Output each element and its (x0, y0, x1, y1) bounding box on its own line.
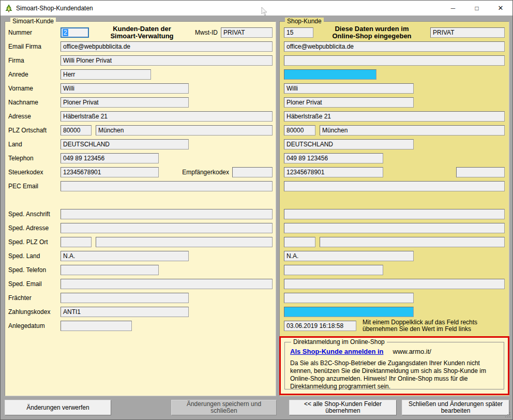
left-empfaengerkodex-field[interactable] (232, 167, 273, 177)
right-mwst-field[interactable]: PRIVAT (430, 27, 505, 38)
left-vorname-field[interactable]: Willi (61, 83, 189, 94)
adresse-label: Adresse (8, 113, 61, 120)
left-zahlungskodex-field[interactable]: ANTI1 (61, 307, 189, 317)
row-sped-land: N.A. (284, 251, 505, 261)
right-ort-field[interactable]: München (320, 125, 505, 136)
right-land-field[interactable]: DEUTSCHLAND (284, 139, 414, 149)
left-sped-telefon-field[interactable] (61, 265, 159, 275)
left-sped-adresse-field[interactable] (61, 223, 273, 233)
right-nachname-field[interactable]: Ploner Privat (284, 97, 414, 108)
right-plz-field[interactable]: 80000 (284, 125, 315, 136)
left-panel-header: Kunden-Daten der Simoart-Verwaltung (89, 25, 195, 40)
row-telephon: Telephon 049 89 123456 (8, 153, 273, 163)
sped-adresse-label: Sped. Adresse (8, 224, 61, 232)
save-and-close-button[interactable]: Änderungen speichern und schließen (171, 400, 277, 415)
left-mwst-field[interactable]: PRIVAT (221, 27, 273, 38)
take-over-shop-fields-button[interactable]: << alle Shop-Kunden Felder übernehmen (289, 400, 397, 415)
right-sped-telefon-field[interactable] (284, 265, 383, 275)
row-land: DEUTSCHLAND (284, 139, 505, 149)
left-nachname-field[interactable]: Ploner Privat (61, 97, 189, 108)
plz-label: PLZ Ortschaft (8, 127, 61, 134)
right-pec-email-field[interactable] (284, 181, 505, 191)
left-sped-land-field[interactable]: N.A. (61, 251, 189, 261)
right-nummer-field[interactable]: 15 (284, 27, 313, 38)
right-email-firma-field[interactable]: office@webpubblicita.de (284, 41, 505, 52)
row-firma: Firma Willi Ploner Privat (8, 55, 273, 66)
left-steuerkodex-field[interactable]: 12345678901 (61, 167, 159, 177)
right-sped-adresse-field[interactable] (284, 223, 505, 233)
shop-login-link[interactable]: Als Shop-Kunde anmelden in (290, 348, 384, 355)
left-nummer-field[interactable]: 2 (61, 27, 89, 38)
close-edit-later-button[interactable]: Schließen und Änderungen später bearbeit… (402, 400, 509, 415)
tree-icon (5, 4, 13, 12)
steuerkodex-label: Steuerkodex (8, 169, 61, 176)
right-empfaengerkodex-field[interactable] (456, 167, 505, 177)
left-sped-plz-field[interactable] (61, 237, 92, 247)
left-sped-email-field[interactable] (61, 279, 273, 289)
anrede-label: Anrede (8, 71, 61, 78)
direktanmeldung-description: Da Sie als B2C-Shop-Betrieber die Zugang… (290, 359, 499, 391)
row-pec-email (284, 181, 505, 191)
telephon-label: Telephon (8, 155, 61, 162)
left-land-field[interactable]: DEUTSCHLAND (61, 139, 189, 149)
right-panel-header: Diese Daten wurden im Online-Shop eingeg… (313, 25, 430, 40)
nummer-label: Nummer (8, 29, 61, 36)
left-adresse-field[interactable]: Häberlstraße 21 (61, 111, 273, 122)
right-telephon-field[interactable]: 049 89 123456 (284, 153, 383, 163)
right-sped-ort-field[interactable] (320, 237, 505, 247)
row-sped-plz: Sped. PLZ Ort (8, 237, 273, 247)
right-sped-plz-field[interactable] (284, 237, 315, 247)
row-steuerkodex: 12345678901 (284, 167, 505, 177)
sped-plz-label: Sped. PLZ Ort (8, 238, 61, 246)
left-sped-anschrift-field[interactable] (61, 209, 273, 219)
row-nachname: Nachname Ploner Privat (8, 97, 273, 108)
row-sped-plz (284, 237, 505, 247)
minimize-icon[interactable]: ─ (441, 1, 465, 16)
sped-anschrift-label: Sped. Anschrift (8, 211, 61, 218)
row-pec-email: PEC Email (8, 181, 273, 191)
left-pec-email-field[interactable] (61, 181, 273, 191)
row-spacer (284, 195, 505, 205)
right-zahlungskodex-field-highlighted[interactable] (284, 307, 414, 317)
resize-grip-icon[interactable] (505, 412, 511, 418)
right-anlegedatum-field[interactable]: 03.06.2019 16:18:58 (284, 321, 356, 331)
right-sped-anschrift-field[interactable] (284, 209, 505, 219)
close-icon[interactable]: ✕ (489, 1, 512, 16)
email-firma-label: Email Firma (8, 43, 61, 50)
right-anrede-field-highlighted[interactable] (284, 69, 376, 80)
left-anrede-field[interactable]: Herr (61, 69, 151, 80)
direktanmeldung-legend: Direktanmeldung im Online-Shop (291, 338, 387, 346)
left-anlegedatum-field[interactable] (61, 321, 132, 331)
land-label: Land (8, 141, 61, 148)
right-fraechter-field[interactable] (284, 293, 414, 303)
row-sped-telefon: Sped. Telefon (8, 265, 273, 275)
right-vorname-field[interactable]: Willi (284, 83, 414, 94)
left-email-firma-field[interactable]: office@webpubblicita.de (61, 41, 273, 52)
right-adresse-field[interactable]: Häberlstraße 21 (284, 111, 505, 122)
title-bar: Simoart-Shop-Kundendaten ─ □ ✕ (1, 1, 512, 16)
window-title: Simoart-Shop-Kundendaten (16, 5, 93, 12)
panel-legend: Shop-Kunde (285, 18, 324, 25)
discard-changes-button[interactable]: Änderungen verwerfen (5, 400, 111, 415)
right-sped-email-field[interactable] (284, 279, 505, 289)
right-steuerkodex-field[interactable]: 12345678901 (284, 167, 383, 177)
left-fraechter-field[interactable] (61, 293, 189, 303)
sped-land-label: Sped. Land (8, 252, 61, 260)
firma-label: Firma (8, 57, 61, 64)
left-firma-field[interactable]: Willi Ploner Privat (61, 55, 273, 66)
left-telephon-field[interactable]: 049 89 123456 (61, 153, 159, 163)
direktanmeldung-groupbox: Direktanmeldung im Online-Shop Als Shop-… (284, 342, 504, 389)
left-sped-ort-field[interactable] (96, 237, 273, 247)
left-ort-field[interactable]: München (96, 125, 273, 136)
right-sped-land-field[interactable]: N.A. (284, 251, 414, 261)
maximize-icon[interactable]: □ (465, 1, 489, 16)
left-plz-field[interactable]: 80000 (61, 125, 92, 136)
row-nummer: Nummer 2 Kunden-Daten der Simoart-Verwal… (8, 27, 273, 38)
right-firma-field[interactable] (284, 55, 505, 66)
row-sped-telefon (284, 265, 505, 275)
row-firma (284, 55, 505, 66)
row-sped-email: Sped. Email (8, 279, 273, 289)
mwst-label: Mwst-ID (195, 29, 218, 36)
sped-email-label: Sped. Email (8, 280, 61, 288)
row-nachname: Ploner Privat (284, 97, 505, 108)
